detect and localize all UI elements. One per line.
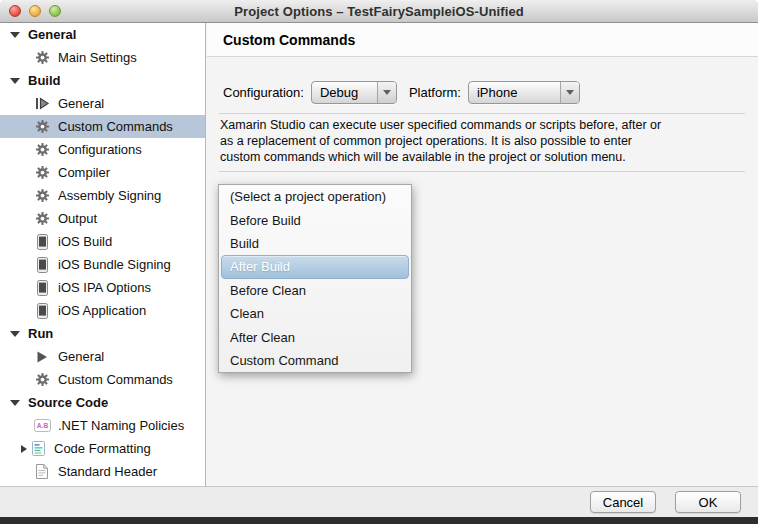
document-icon: [33, 464, 51, 479]
configuration-label: Configuration:: [223, 85, 304, 100]
sidebar-item-label: General: [58, 96, 104, 111]
sidebar-item-ios-ipa-options[interactable]: iOS IPA Options: [0, 276, 205, 299]
sidebar: GeneralMain SettingsBuildGeneralCustom C…: [0, 23, 206, 486]
sidebar-item-label: General: [58, 349, 104, 364]
iphone-icon: [33, 257, 51, 273]
sidebar-item-label: Run: [28, 326, 53, 341]
sidebar-section-general[interactable]: General: [0, 23, 205, 46]
sidebar-item-output[interactable]: Output: [0, 207, 205, 230]
separator: [219, 113, 745, 114]
sidebar-item-net-naming-policies[interactable]: A.B.NET Naming Policies: [0, 414, 205, 437]
sidebar-item-label: Source Code: [28, 395, 108, 410]
sidebar-item-label: General: [28, 27, 76, 42]
code-formatting-icon: [29, 441, 47, 456]
chevron-down-icon: [383, 90, 391, 95]
sidebar-item-label: Output: [58, 211, 97, 226]
sidebar-item-label: iOS Build: [58, 234, 112, 249]
titlebar[interactable]: Project Options – TestFairySampleiOS-Uni…: [0, 0, 758, 23]
sidebar-item-ios-bundle-signing[interactable]: iOS Bundle Signing: [0, 253, 205, 276]
traffic-lights: [9, 5, 61, 17]
operation-item-custom-command[interactable]: Custom Command: [219, 349, 411, 372]
sidebar-item-code-formatting[interactable]: Code Formatting: [0, 437, 205, 460]
svg-text:A.B: A.B: [36, 422, 48, 429]
sidebar-item-ios-application[interactable]: iOS Application: [0, 299, 205, 322]
gear-icon: [33, 372, 51, 387]
iphone-icon: [33, 303, 51, 319]
sidebar-item-compiler[interactable]: Compiler: [0, 161, 205, 184]
sidebar-item-label: iOS IPA Options: [58, 280, 151, 295]
sidebar-item-label: Assembly Signing: [58, 188, 161, 203]
platform-dropdown-arrow[interactable]: [560, 82, 579, 103]
sidebar-item-label: iOS Bundle Signing: [58, 257, 171, 272]
description-text: Xamarin Studio can execute user specifie…: [220, 118, 750, 165]
disclosure-triangle-icon[interactable]: [10, 78, 20, 84]
sidebar-item-standard-header[interactable]: Standard Header: [0, 460, 205, 483]
project-operation-list: (Select a project operation)Before Build…: [218, 184, 412, 373]
main-panel: Custom Commands Configuration: Debug Pla…: [207, 23, 758, 486]
page-title: Custom Commands: [223, 32, 355, 48]
disclosure-triangle-icon[interactable]: [10, 400, 20, 406]
build-icon: [33, 97, 51, 110]
chevron-down-icon: [566, 90, 574, 95]
close-icon[interactable]: [9, 5, 21, 17]
disclosure-triangle-icon[interactable]: [10, 331, 20, 337]
operation-item-after-clean[interactable]: After Clean: [219, 325, 411, 348]
gear-icon: [33, 50, 51, 65]
sidebar-item-custom-commands[interactable]: Custom Commands: [0, 115, 205, 138]
sidebar-item-label: .NET Naming Policies: [58, 418, 184, 433]
sidebar-item-configurations[interactable]: Configurations: [0, 138, 205, 161]
configuration-value: Debug: [312, 82, 377, 103]
sidebar-item-ios-build[interactable]: iOS Build: [0, 230, 205, 253]
sidebar-item-label: Build: [28, 73, 61, 88]
sidebar-item-label: Standard Header: [58, 464, 157, 479]
ok-button[interactable]: OK: [675, 491, 741, 513]
configuration-dropdown-arrow[interactable]: [377, 82, 396, 103]
project-options-window: Project Options – TestFairySampleiOS-Uni…: [0, 0, 758, 517]
disclosure-triangle-icon[interactable]: [10, 32, 20, 38]
iphone-icon: [33, 234, 51, 250]
background-strip: [0, 517, 758, 524]
operation-item-select-a-project-operation[interactable]: (Select a project operation): [219, 185, 411, 208]
gear-icon: [33, 165, 51, 180]
sidebar-item-label: iOS Application: [58, 303, 146, 318]
gear-icon: [33, 188, 51, 203]
sidebar-item-label: Custom Commands: [58, 372, 173, 387]
window-title: Project Options – TestFairySampleiOS-Uni…: [234, 4, 524, 19]
platform-dropdown[interactable]: iPhone: [468, 81, 580, 104]
configuration-dropdown[interactable]: Debug: [311, 81, 397, 104]
platform-value: iPhone: [469, 82, 560, 103]
sidebar-item-general[interactable]: General: [0, 345, 205, 368]
iphone-icon: [33, 280, 51, 296]
separator: [219, 171, 745, 172]
config-row: Configuration: Debug Platform: iPhone: [223, 81, 580, 104]
sidebar-item-label: Configurations: [58, 142, 142, 157]
footer: Cancel OK: [0, 486, 758, 517]
gear-icon: [33, 211, 51, 226]
operation-item-before-clean[interactable]: Before Clean: [219, 279, 411, 302]
cancel-button[interactable]: Cancel: [590, 491, 656, 513]
sidebar-item-assembly-signing[interactable]: Assembly Signing: [0, 184, 205, 207]
sidebar-section-source-code[interactable]: Source Code: [0, 391, 205, 414]
sidebar-item-general[interactable]: General: [0, 92, 205, 115]
zoom-icon[interactable]: [49, 5, 61, 17]
main-header: Custom Commands: [207, 23, 758, 57]
sidebar-item-main-settings[interactable]: Main Settings: [0, 46, 205, 69]
sidebar-item-label: Compiler: [58, 165, 110, 180]
operation-item-after-build[interactable]: After Build: [221, 255, 409, 278]
platform-label: Platform:: [409, 85, 461, 100]
sidebar-item-label: Main Settings: [58, 50, 137, 65]
operation-item-before-build[interactable]: Before Build: [219, 208, 411, 231]
play-icon: [33, 350, 51, 364]
operation-item-build[interactable]: Build: [219, 232, 411, 255]
gear-icon: [33, 119, 51, 134]
sidebar-item-label: Custom Commands: [58, 119, 173, 134]
sidebar-item-custom-commands[interactable]: Custom Commands: [0, 368, 205, 391]
minimize-icon[interactable]: [29, 5, 41, 17]
expand-triangle-icon[interactable]: [21, 445, 27, 453]
sidebar-item-label: Code Formatting: [54, 441, 151, 456]
sidebar-section-run[interactable]: Run: [0, 322, 205, 345]
gear-icon: [33, 142, 51, 157]
operation-item-clean[interactable]: Clean: [219, 302, 411, 325]
sidebar-tree: GeneralMain SettingsBuildGeneralCustom C…: [0, 23, 205, 483]
sidebar-section-build[interactable]: Build: [0, 69, 205, 92]
